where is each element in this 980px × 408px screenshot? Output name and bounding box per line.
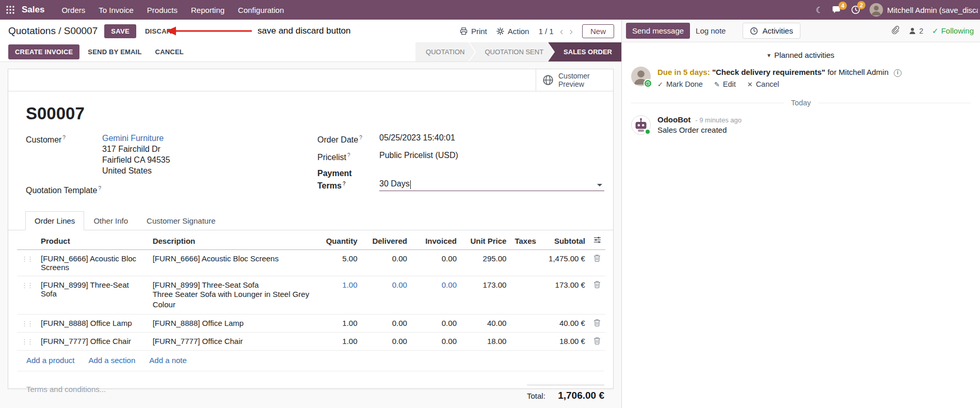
- edit-activity-button[interactable]: ✎ Edit: [714, 80, 736, 88]
- info-icon[interactable]: i: [894, 69, 902, 77]
- cell-quantity[interactable]: 1.00: [319, 333, 362, 351]
- new-button[interactable]: New: [582, 24, 614, 38]
- cell-invoiced[interactable]: 0.00: [411, 315, 461, 333]
- cell-description[interactable]: [FURN_8888] Office Lamp: [149, 315, 319, 333]
- dropdown-caret-icon[interactable]: [597, 184, 602, 186]
- help-icon[interactable]: ?: [98, 185, 101, 191]
- order-date-input[interactable]: 05/25/2023 15:40:01: [379, 133, 455, 145]
- status-sales-order[interactable]: SALES ORDER: [548, 42, 621, 61]
- user-menu[interactable]: Mitchell Admin (save_discar: [870, 3, 978, 17]
- apps-menu-icon[interactable]: [0, 0, 21, 20]
- drag-handle-icon[interactable]: ⋮⋮: [21, 320, 33, 327]
- save-button[interactable]: SAVE: [104, 24, 136, 38]
- cell-unit-price[interactable]: 18.00: [461, 333, 510, 351]
- col-delivered[interactable]: Delivered: [362, 231, 411, 250]
- col-invoiced[interactable]: Invoiced: [411, 231, 461, 250]
- pager-prev-icon[interactable]: ‹: [560, 26, 564, 36]
- add-section-link[interactable]: Add a section: [88, 356, 135, 365]
- terms-placeholder[interactable]: Terms and conditions...: [26, 385, 106, 394]
- help-icon[interactable]: ?: [62, 135, 66, 140]
- cell-delivered[interactable]: 0.00: [362, 315, 411, 333]
- cell-taxes[interactable]: [510, 250, 540, 276]
- col-subtotal[interactable]: Subtotal: [540, 231, 589, 250]
- menu-products[interactable]: Products: [140, 0, 184, 20]
- print-button[interactable]: Print: [460, 27, 487, 36]
- following-button[interactable]: ✓ Following: [932, 26, 974, 36]
- cell-delivered[interactable]: 0.00: [362, 250, 411, 276]
- drag-handle-icon[interactable]: ⋮⋮: [21, 255, 33, 263]
- discard-button[interactable]: DISCARD: [141, 24, 181, 38]
- col-product[interactable]: Product: [37, 231, 149, 250]
- messages-systray[interactable]: 4: [832, 6, 842, 14]
- help-icon[interactable]: ?: [347, 152, 350, 158]
- customer-link[interactable]: Gemini Furniture: [102, 133, 170, 144]
- cell-product[interactable]: [FURN_6666] Acoustic Bloc Screens: [37, 250, 149, 276]
- tab-other-info[interactable]: Other Info: [84, 211, 137, 230]
- help-icon[interactable]: ?: [343, 181, 346, 186]
- cell-product[interactable]: [FURN_8999] Three-Seat Sofa: [37, 276, 149, 315]
- dark-mode-toggle[interactable]: ☾: [816, 5, 823, 15]
- add-note-link[interactable]: Add a note: [149, 356, 187, 365]
- table-row[interactable]: ⋮⋮ [FURN_8888] Office Lamp [FURN_8888] O…: [17, 315, 605, 333]
- cell-unit-price[interactable]: 40.00: [461, 315, 510, 333]
- menu-configuration[interactable]: Configuration: [231, 0, 291, 20]
- cell-description[interactable]: [FURN_6666] Acoustic Bloc Screens: [149, 250, 319, 276]
- app-brand[interactable]: Sales: [22, 5, 44, 15]
- cancel-activity-button[interactable]: ✕ Cancel: [747, 80, 779, 88]
- cell-delivered[interactable]: 0.00: [362, 276, 411, 315]
- attachments-icon[interactable]: [891, 26, 899, 36]
- cell-description[interactable]: [FURN_8999] Three-Seat SofaThree Seater …: [149, 276, 319, 315]
- col-unit-price[interactable]: Unit Price: [461, 231, 510, 250]
- followers-button[interactable]: 2: [908, 27, 923, 35]
- cell-taxes[interactable]: [510, 276, 540, 315]
- tab-customer-signature[interactable]: Customer Signature: [137, 211, 224, 230]
- delete-row-icon[interactable]: [593, 337, 601, 346]
- pricelist-input[interactable]: Public Pricelist (USD): [379, 150, 458, 163]
- cell-unit-price[interactable]: 295.00: [461, 250, 510, 276]
- mark-done-button[interactable]: ✓ Mark Done: [657, 80, 703, 88]
- customer-preview-button[interactable]: Customer Preview: [536, 69, 613, 91]
- send-message-button[interactable]: Send message: [626, 23, 690, 39]
- payment-terms-input[interactable]: 30 Days: [379, 168, 604, 191]
- drag-handle-icon[interactable]: ⋮⋮: [21, 338, 33, 346]
- cell-product[interactable]: [FURN_7777] Office Chair: [37, 333, 149, 351]
- activities-systray[interactable]: 2: [851, 5, 860, 14]
- cell-description[interactable]: [FURN_7777] Office Chair: [149, 333, 319, 351]
- table-row[interactable]: ⋮⋮ [FURN_8999] Three-Seat Sofa [FURN_899…: [17, 276, 605, 315]
- tab-order-lines[interactable]: Order Lines: [25, 211, 84, 230]
- cell-invoiced[interactable]: 0.00: [411, 333, 461, 351]
- breadcrumb-quotations-link[interactable]: Quotations: [8, 25, 56, 36]
- cell-taxes[interactable]: [510, 333, 540, 351]
- log-note-button[interactable]: Log note: [690, 23, 731, 39]
- cell-invoiced[interactable]: 0.00: [411, 276, 461, 315]
- create-invoice-button[interactable]: CREATE INVOICE: [8, 44, 79, 59]
- add-product-link[interactable]: Add a product: [26, 356, 74, 365]
- cell-invoiced[interactable]: 0.00: [411, 250, 461, 276]
- table-row[interactable]: ⋮⋮ [FURN_6666] Acoustic Bloc Screens [FU…: [17, 250, 605, 276]
- activities-tab[interactable]: Activities: [743, 23, 800, 39]
- status-quotation-sent[interactable]: QUOTATION SENT: [469, 42, 554, 61]
- col-quantity[interactable]: Quantity: [319, 231, 362, 250]
- cell-quantity[interactable]: 1.00: [319, 315, 362, 333]
- message-author[interactable]: OdooBot: [657, 115, 690, 124]
- help-icon[interactable]: ?: [359, 135, 362, 140]
- cell-quantity[interactable]: 1.00: [319, 276, 362, 315]
- delete-row-icon[interactable]: [593, 280, 601, 290]
- cell-quantity[interactable]: 5.00: [319, 250, 362, 276]
- cell-unit-price[interactable]: 173.00: [461, 276, 510, 315]
- status-quotation[interactable]: QUOTATION: [415, 42, 475, 61]
- action-button[interactable]: Action: [496, 27, 529, 36]
- delete-row-icon[interactable]: [593, 254, 601, 263]
- cell-taxes[interactable]: [510, 315, 540, 333]
- menu-to-invoice[interactable]: To Invoice: [92, 0, 140, 20]
- menu-orders[interactable]: Orders: [55, 0, 92, 20]
- table-row[interactable]: ⋮⋮ [FURN_7777] Office Chair [FURN_7777] …: [17, 333, 605, 351]
- cell-product[interactable]: [FURN_8888] Office Lamp: [37, 315, 149, 333]
- pager-next-icon[interactable]: ›: [569, 26, 573, 36]
- optional-columns-icon[interactable]: [593, 236, 601, 245]
- drag-handle-icon[interactable]: ⋮⋮: [21, 281, 33, 289]
- col-taxes[interactable]: Taxes: [510, 231, 540, 250]
- delete-row-icon[interactable]: [593, 319, 601, 328]
- col-description[interactable]: Description: [149, 231, 319, 250]
- cancel-button[interactable]: CANCEL: [150, 44, 189, 59]
